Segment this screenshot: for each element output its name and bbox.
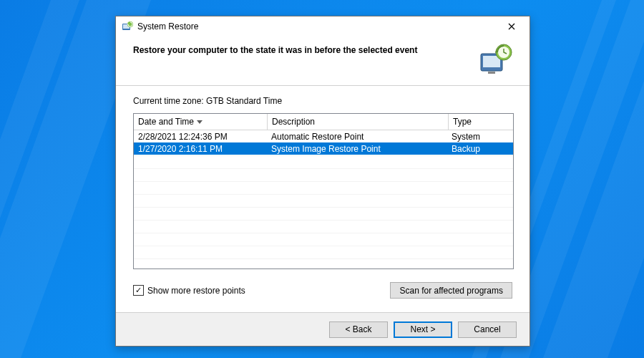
back-button[interactable]: < Back: [329, 321, 388, 338]
wizard-instruction: Restore your computer to the state it wa…: [133, 42, 469, 55]
system-restore-icon: [122, 21, 133, 32]
restore-points-table: Date and Time Description Type 2/28/2021…: [133, 113, 514, 269]
cell-type: System: [447, 131, 513, 142]
table-row[interactable]: 2/28/2021 12:24:36 PMAutomatic Restore P…: [134, 130, 513, 142]
next-button[interactable]: Next >: [394, 321, 452, 338]
wizard-footer: < Back Next > Cancel: [116, 312, 530, 346]
close-button[interactable]: [499, 19, 524, 34]
cell-date: 1/27/2020 2:16:11 PM: [134, 143, 267, 155]
column-description[interactable]: Description: [268, 114, 449, 130]
table-row[interactable]: 1/27/2020 2:16:11 PMSystem Image Restore…: [134, 142, 513, 155]
checkbox-icon: ✓: [133, 285, 144, 296]
window-title: System Restore: [137, 21, 499, 32]
scan-affected-programs-button[interactable]: Scan for affected programs: [390, 282, 512, 299]
wizard-header: Restore your computer to the state it wa…: [116, 37, 530, 85]
show-more-label: Show more restore points: [147, 286, 245, 296]
wizard-body: Current time zone: GTB Standard Time Dat…: [116, 85, 530, 306]
table-header: Date and Time Description Type: [134, 114, 513, 130]
table-body: 2/28/2021 12:24:36 PMAutomatic Restore P…: [134, 130, 513, 268]
cell-description: System Image Restore Point: [267, 143, 447, 155]
titlebar: System Restore: [116, 16, 530, 37]
column-date-time[interactable]: Date and Time: [134, 114, 268, 130]
show-more-restore-points-checkbox[interactable]: ✓ Show more restore points: [133, 285, 390, 296]
cancel-button[interactable]: Cancel: [458, 321, 517, 338]
svg-rect-5: [488, 72, 495, 74]
system-restore-window: System Restore Restore your computer to …: [115, 16, 530, 347]
timezone-label: Current time zone: GTB Standard Time: [133, 96, 512, 106]
cell-type: Backup: [447, 143, 513, 155]
cell-date: 2/28/2021 12:24:36 PM: [134, 131, 267, 142]
cell-description: Automatic Restore Point: [267, 131, 447, 142]
restore-graphic-icon: [478, 42, 512, 77]
column-type[interactable]: Type: [449, 114, 513, 130]
